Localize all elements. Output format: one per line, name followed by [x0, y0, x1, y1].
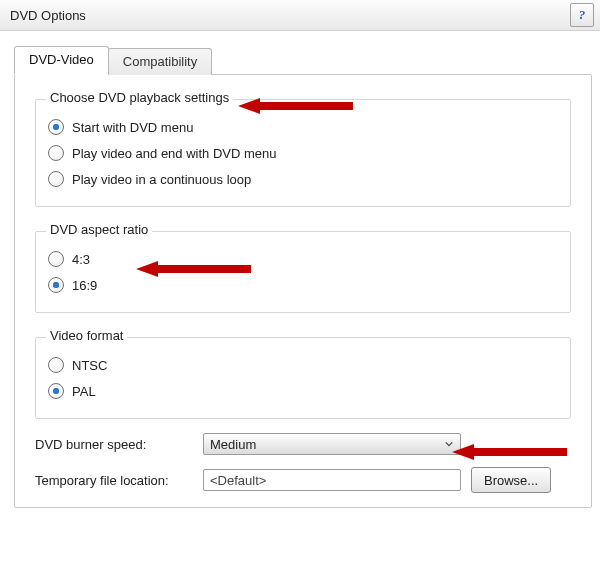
radio-icon — [48, 357, 64, 373]
burner-speed-label: DVD burner speed: — [35, 437, 193, 452]
radio-icon — [48, 171, 64, 187]
temp-location-input[interactable]: <Default> — [203, 469, 461, 491]
tabstrip: DVD-Video Compatibility — [14, 46, 592, 74]
browse-button-label: Browse... — [484, 473, 538, 488]
radio-label: NTSC — [72, 358, 107, 373]
temp-location-label: Temporary file location: — [35, 473, 193, 488]
radio-play-end-menu[interactable]: Play video and end with DVD menu — [48, 140, 558, 166]
radio-ntsc[interactable]: NTSC — [48, 352, 558, 378]
radio-label: Play video and end with DVD menu — [72, 146, 277, 161]
row-temp-location: Temporary file location: <Default> Brows… — [35, 467, 571, 493]
tabpage-dvd-video: Choose DVD playback settings Start with … — [14, 74, 592, 508]
dvd-options-window: { "window": { "title": "DVD Options" }, … — [0, 0, 600, 562]
group-aspect-ratio: DVD aspect ratio 4:3 16:9 — [35, 231, 571, 313]
browse-button[interactable]: Browse... — [471, 467, 551, 493]
tab-dvd-video[interactable]: DVD-Video — [14, 46, 109, 74]
radio-icon — [48, 277, 64, 293]
titlebar: DVD Options ? — [0, 0, 600, 31]
help-button[interactable]: ? — [570, 3, 594, 27]
row-burner-speed: DVD burner speed: Medium — [35, 433, 571, 455]
radio-continuous-loop[interactable]: Play video in a continuous loop — [48, 166, 558, 192]
radio-pal[interactable]: PAL — [48, 378, 558, 404]
tab-compatibility-label: Compatibility — [123, 54, 197, 69]
radio-icon — [48, 145, 64, 161]
burner-speed-value: Medium — [210, 437, 256, 452]
group-video-format: Video format NTSC PAL — [35, 337, 571, 419]
radio-icon — [48, 119, 64, 135]
group-aspect-title: DVD aspect ratio — [46, 222, 152, 237]
radio-label: 4:3 — [72, 252, 90, 267]
temp-location-value: <Default> — [210, 473, 266, 488]
window-title: DVD Options — [10, 8, 86, 23]
radio-4-3[interactable]: 4:3 — [48, 246, 558, 272]
radio-label: 16:9 — [72, 278, 97, 293]
radio-icon — [48, 251, 64, 267]
radio-label: Start with DVD menu — [72, 120, 193, 135]
tab-dvd-video-label: DVD-Video — [29, 52, 94, 67]
tab-compatibility[interactable]: Compatibility — [108, 48, 212, 75]
radio-start-with-menu[interactable]: Start with DVD menu — [48, 114, 558, 140]
chevron-down-icon — [442, 437, 456, 451]
radio-label: PAL — [72, 384, 96, 399]
group-playback-title: Choose DVD playback settings — [46, 90, 233, 105]
burner-speed-select[interactable]: Medium — [203, 433, 461, 455]
radio-16-9[interactable]: 16:9 — [48, 272, 558, 298]
group-playback: Choose DVD playback settings Start with … — [35, 99, 571, 207]
radio-label: Play video in a continuous loop — [72, 172, 251, 187]
client-area: DVD-Video Compatibility Choose DVD playb… — [0, 30, 600, 562]
radio-icon — [48, 383, 64, 399]
group-format-title: Video format — [46, 328, 127, 343]
